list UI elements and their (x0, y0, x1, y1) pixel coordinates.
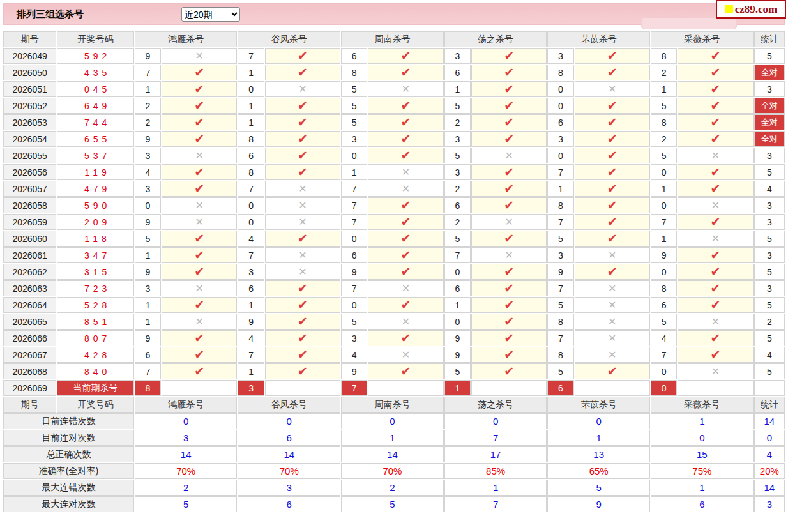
summary-label-cell: 总正确次数 (3, 446, 134, 462)
kill-number-cell: 3 (135, 148, 161, 163)
stat-cell: 3 (754, 280, 785, 296)
check-icon: ✔ (265, 363, 340, 379)
period-range-select[interactable]: 近20期 (181, 7, 240, 22)
logo-text: cz89.com (735, 3, 778, 16)
stat-cell: 5 (754, 264, 785, 280)
period-cell: 2026053 (3, 114, 56, 130)
current-kill-number-cell: 3 (238, 380, 264, 396)
header-row: 期号开奖号码鸿雁杀号谷风杀号周南杀号荡之杀号芣苡杀号采薇杀号统计 (3, 397, 785, 413)
cross-icon: ✕ (678, 231, 753, 247)
kill-number-cell: 9 (135, 131, 161, 147)
check-icon: ✔ (678, 131, 753, 147)
empty-mark-cell (575, 380, 650, 396)
summary-value-cell: 14 (135, 446, 238, 462)
table-row: 20260623159✔3✕9✔0✔9✔0✔5 (3, 264, 785, 280)
cross-icon: ✕ (678, 363, 753, 379)
stat-cell: 全对 (754, 98, 785, 114)
kill-number-cell: 5 (341, 114, 367, 130)
period-cell: 2026068 (3, 363, 56, 379)
kill-number-cell: 5 (651, 148, 677, 163)
stat-cell: 全对 (754, 65, 785, 80)
check-icon: ✔ (471, 297, 547, 313)
summary-value-cell: 14 (754, 480, 785, 496)
stat-cell: 3 (754, 197, 785, 213)
cross-icon: ✕ (368, 280, 443, 296)
column-header: 开奖号码 (57, 31, 133, 47)
check-icon: ✔ (471, 65, 547, 80)
kill-number-cell: 7 (341, 181, 367, 197)
check-icon: ✔ (575, 363, 650, 379)
cross-icon: ✕ (471, 148, 547, 163)
kill-number-cell: 4 (651, 330, 677, 346)
kill-number-cell: 3 (444, 131, 471, 147)
kill-number-cell: 8 (651, 48, 677, 64)
check-icon: ✔ (368, 247, 443, 263)
summary-label-cell: 目前连对次数 (3, 430, 134, 446)
draw-number-cell: 592 (57, 48, 133, 64)
kill-number-cell: 7 (135, 65, 161, 80)
draw-number-cell: 528 (57, 297, 133, 313)
cross-icon: ✕ (368, 164, 443, 180)
current-kill-number-cell: 8 (135, 380, 161, 396)
stat-cell: 3 (754, 214, 785, 230)
kill-number-cell: 9 (135, 48, 161, 64)
check-icon: ✔ (575, 148, 650, 163)
period-cell: 2026055 (3, 148, 56, 163)
check-icon: ✔ (368, 114, 443, 130)
kill-number-cell: 9 (444, 330, 471, 346)
check-icon: ✔ (575, 181, 650, 197)
column-header: 期号 (3, 397, 56, 413)
logo-yellow-square-icon (725, 5, 733, 13)
cross-icon: ✕ (162, 48, 237, 64)
period-cell: 2026065 (3, 314, 56, 330)
kill-number-cell: 7 (238, 347, 264, 363)
cross-icon: ✕ (162, 214, 237, 230)
check-icon: ✔ (678, 48, 753, 64)
period-cell: 2026063 (3, 280, 56, 296)
kill-number-cell: 2 (135, 98, 161, 114)
draw-number-cell: 723 (57, 280, 133, 296)
summary-value-cell: 0 (135, 413, 238, 429)
summary-label-cell: 准确率(全对率) (3, 463, 134, 479)
table-row: 20260510451✔0✕5✕1✔0✕1✔3 (3, 81, 785, 97)
cross-icon: ✕ (162, 197, 237, 213)
site-logo[interactable]: cz89.com (716, 0, 786, 19)
check-icon: ✔ (265, 131, 340, 147)
summary-value-cell: 3 (238, 480, 340, 496)
table-row: 20260637233✕6✔7✕6✔7✕8✔3 (3, 280, 785, 296)
column-header: 期号 (3, 31, 56, 47)
kill-number-cell: 0 (444, 264, 471, 280)
kill-number-cell: 1 (341, 164, 367, 180)
kill-number-cell: 0 (238, 81, 264, 97)
stat-cell: 5 (754, 297, 785, 313)
kill-number-cell: 3 (135, 280, 161, 296)
check-icon: ✔ (265, 65, 340, 80)
check-icon: ✔ (471, 264, 547, 280)
kill-number-cell: 8 (238, 164, 264, 180)
period-cell: 2026060 (3, 231, 56, 247)
cross-icon: ✕ (368, 181, 443, 197)
summary-value-cell: 1 (547, 430, 650, 446)
check-icon: ✔ (575, 164, 650, 180)
kill-number-cell: 0 (341, 297, 367, 313)
cross-icon: ✕ (575, 347, 650, 363)
kill-number-cell: 0 (547, 148, 573, 163)
cross-icon: ✕ (368, 314, 443, 330)
current-period-row: 2026069当前期杀号837160 (3, 380, 785, 396)
stat-cell: 3 (754, 148, 785, 163)
table-row: 20260555373✕6✔0✔5✕0✔5✕3 (3, 148, 785, 163)
kill-number-cell: 0 (547, 81, 573, 97)
check-icon: ✔ (471, 98, 547, 114)
summary-value-cell: 0 (651, 430, 754, 446)
cross-icon: ✕ (575, 81, 650, 97)
summary-value-cell: 2 (135, 480, 238, 496)
kill-number-cell: 4 (238, 231, 264, 247)
cross-icon: ✕ (678, 148, 753, 163)
draw-number-cell: 655 (57, 131, 133, 147)
draw-number-cell: 807 (57, 330, 133, 346)
cross-icon: ✕ (162, 314, 237, 330)
check-icon: ✔ (575, 231, 650, 247)
check-icon: ✔ (575, 131, 650, 147)
summary-value-cell: 14 (341, 446, 444, 462)
summary-value-cell: 70% (341, 463, 444, 479)
